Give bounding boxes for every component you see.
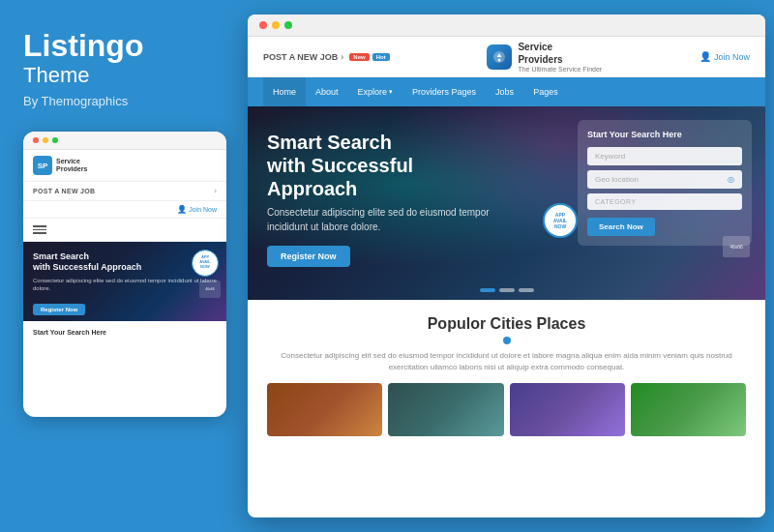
mobile-dot-red <box>33 137 39 143</box>
brand-title: Listingo <box>23 29 219 63</box>
site-logo-icon <box>487 44 512 70</box>
section-desc: Consectetur adipiscing elit sed do eiusm… <box>267 350 746 373</box>
search-widget-title: Start Your Search Here <box>587 130 742 139</box>
brand-subtitle: Theme <box>23 63 219 88</box>
mobile-logo-bar: SP ServiceProviders <box>23 150 226 182</box>
hot-tag: Hot <box>372 53 390 61</box>
mobile-hero-body: Consectetur adipiscing elite sed do eius… <box>33 277 217 293</box>
mobile-hamburger[interactable] <box>23 219 226 242</box>
site-header: POST A NEW JOB New Hot ServiceProviders … <box>248 37 765 77</box>
mobile-search-title: Start Your Search Here <box>33 329 217 336</box>
mobile-browser-bar <box>23 132 226 150</box>
mobile-post-job-bar: POST A NEW JOB › <box>23 182 226 201</box>
city-image-4 <box>631 383 746 436</box>
mobile-hero-title: Smart Search with Successful Approach <box>33 251 217 274</box>
city-images <box>267 383 746 436</box>
nav-item-jobs[interactable]: Jobs <box>486 77 523 106</box>
hero-title: Smart Search with Successful Approach <box>267 131 499 200</box>
desktop-preview-label: 46x66 <box>723 236 750 257</box>
site-logo-tagline: The Ultimate Service Finder <box>518 66 602 73</box>
left-panel: Listingo Theme By Themographics SP Servi… <box>0 0 242 532</box>
hero-subtitle: Consectetur adipiscing elite sed do eius… <box>267 205 499 234</box>
hero-section: Smart Search with Successful Approach Co… <box>248 106 765 300</box>
mobile-search-section: Start Your Search Here <box>23 321 226 348</box>
nav-item-explore[interactable]: Explore ▾ <box>348 77 403 106</box>
search-btn[interactable]: Search Now <box>587 218 655 236</box>
post-job-link[interactable]: POST A NEW JOB <box>263 52 343 62</box>
section-title: Populor Cities Places <box>267 315 746 333</box>
mobile-logo-text: ServiceProviders <box>56 158 87 174</box>
mobile-join-bar: 👤 Join Now <box>23 201 226 219</box>
indicator-dot-1[interactable] <box>480 288 495 292</box>
brand-by: By Themographics <box>23 94 219 108</box>
nav-item-providers[interactable]: Providers Pages <box>402 77 486 106</box>
content-section: Populor Cities Places Consectetur adipis… <box>248 300 765 446</box>
mobile-logo-icon: SP <box>33 156 52 175</box>
city-image-1 <box>267 383 382 436</box>
mobile-hero: Smart Search with Successful Approach Co… <box>23 242 226 321</box>
city-image-3 <box>510 383 625 436</box>
browser-dot-yellow <box>272 21 280 29</box>
site-logo-name: ServiceProviders <box>518 41 602 66</box>
geo-input[interactable]: Geo location ◎ <box>587 170 742 189</box>
indicator-dot-3[interactable] <box>519 288 534 292</box>
site-logo: ServiceProviders The Ultimate Service Fi… <box>487 41 602 73</box>
hamburger-line <box>33 229 46 231</box>
mobile-dot-yellow <box>43 137 48 143</box>
city-image-2 <box>388 383 503 436</box>
indicator-dot-2[interactable] <box>499 288 515 292</box>
join-now-link[interactable]: 👤 Join Now <box>700 51 750 62</box>
svg-point-1 <box>498 58 501 61</box>
browser-dot-red <box>259 21 267 29</box>
category-input[interactable]: CATEGORY <box>587 193 742 210</box>
mobile-mockup: SP ServiceProviders POST A NEW JOB › 👤 J… <box>23 132 226 417</box>
mobile-preview-label: 46x66 <box>199 281 221 298</box>
search-widget: Start Your Search Here Keyword Geo locat… <box>578 120 752 246</box>
mobile-app-badge: APPAVAILNOW <box>192 250 219 277</box>
new-tag: New <box>349 53 369 61</box>
browser-bar <box>248 15 765 37</box>
hamburger-line <box>33 225 46 227</box>
hamburger-line <box>33 232 46 234</box>
desktop-mockup: POST A NEW JOB New Hot ServiceProviders … <box>248 15 765 517</box>
hero-content: Smart Search with Successful Approach Co… <box>267 131 499 267</box>
register-now-btn[interactable]: Register Now <box>267 246 350 267</box>
nav-item-about[interactable]: About <box>306 77 348 106</box>
section-indicator <box>267 337 746 344</box>
mobile-dot-green <box>52 137 58 143</box>
hero-indicator <box>480 288 534 292</box>
mobile-join-btn[interactable]: 👤 Join Now <box>177 205 217 214</box>
main-nav: Home About Explore ▾ Providers Pages Job… <box>248 77 765 106</box>
keyword-input[interactable]: Keyword <box>587 147 742 165</box>
mobile-register-btn[interactable]: Register Now <box>33 304 85 315</box>
section-dot <box>503 337 511 344</box>
desktop-app-badge: APPAVAILNOW <box>543 203 578 238</box>
browser-dot-green <box>284 21 292 29</box>
nav-item-pages[interactable]: Pages <box>523 77 568 106</box>
nav-item-home[interactable]: Home <box>263 77 306 106</box>
mobile-post-job-label: POST A NEW JOB <box>33 188 95 194</box>
